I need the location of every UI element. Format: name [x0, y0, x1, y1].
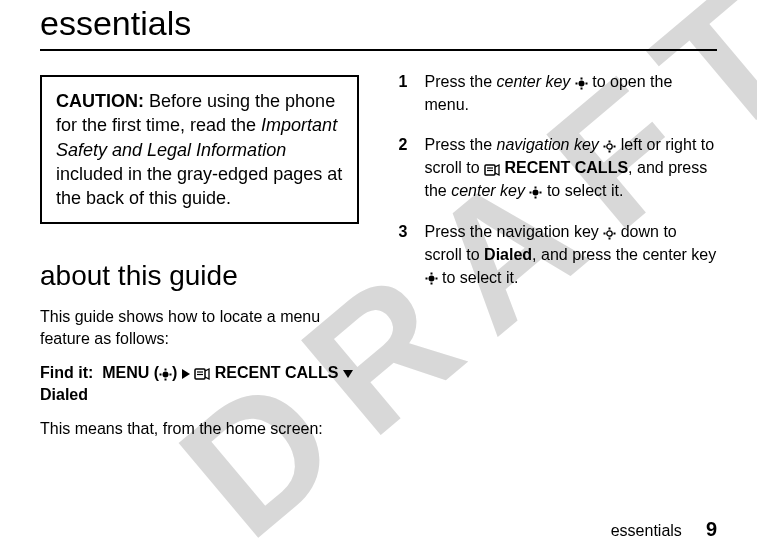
svg-rect-23 [535, 187, 537, 189]
step-2-text: Press the navigation key left or right t… [425, 134, 718, 203]
two-column-layout: CAUTION: Before using the phone for the … [40, 75, 717, 451]
s3-a: Press the navigation key [425, 223, 604, 240]
svg-rect-16 [609, 151, 611, 153]
svg-point-37 [428, 276, 434, 282]
svg-rect-13 [585, 82, 587, 84]
step-2: 2 Press the navigation key left or right… [399, 134, 718, 203]
svg-rect-35 [425, 278, 427, 280]
recent-calls-icon [484, 158, 500, 180]
page-footer: essentials 9 [611, 518, 717, 541]
about-followup: This means that, from the home screen: [40, 418, 359, 440]
svg-point-19 [607, 144, 612, 149]
step-1: 1 Press the center key to open the menu. [399, 71, 718, 116]
about-body: This guide shows how to locate a menu fe… [40, 306, 359, 439]
nav-key-icon [603, 135, 616, 157]
svg-rect-17 [604, 146, 606, 148]
svg-marker-9 [343, 370, 353, 378]
find-it-dialed: Dialed [40, 386, 88, 403]
s1-ital: center key [497, 73, 571, 90]
svg-rect-12 [575, 82, 577, 84]
about-heading: about this guide [40, 260, 359, 292]
find-it-recent: RECENT CALLS [215, 364, 339, 381]
s2-ital: navigation key [497, 136, 599, 153]
step-2-number: 2 [399, 134, 425, 203]
svg-rect-18 [614, 146, 616, 148]
svg-rect-25 [530, 192, 532, 194]
svg-rect-34 [430, 283, 432, 285]
step-3-number: 3 [399, 221, 425, 289]
caution-text-2: included in the gray-edged pages at the … [56, 164, 342, 208]
caution-box: CAUTION: Before using the phone for the … [40, 75, 359, 224]
s1-a: Press the [425, 73, 497, 90]
footer-page-number: 9 [706, 518, 717, 541]
s3-d: to select it. [438, 269, 519, 286]
s2-ital2: center key [451, 182, 525, 199]
s3-c: , and press the center key [532, 246, 716, 263]
paren-close: ) [172, 364, 177, 381]
center-key-icon [425, 267, 438, 289]
step-3-text: Press the navigation key down to scroll … [425, 221, 718, 289]
center-key-icon [529, 181, 542, 203]
svg-point-27 [533, 190, 539, 196]
find-it-label: Find it: [40, 364, 93, 381]
center-key-icon [159, 363, 172, 385]
right-column: 1 Press the center key to open the menu.… [399, 75, 718, 451]
step-1-number: 1 [399, 71, 425, 116]
svg-rect-24 [535, 197, 537, 199]
left-column: CAUTION: Before using the phone for the … [40, 75, 359, 451]
s2-a: Press the [425, 136, 497, 153]
svg-rect-1 [165, 378, 167, 380]
page-title: essentials [40, 0, 717, 43]
caution-lead: CAUTION: [56, 91, 144, 111]
svg-rect-10 [580, 77, 582, 79]
svg-rect-26 [540, 192, 542, 194]
svg-rect-11 [580, 87, 582, 89]
svg-rect-30 [604, 233, 606, 235]
step-1-text: Press the center key to open the menu. [425, 71, 718, 116]
svg-rect-0 [165, 368, 167, 370]
numbered-list: 1 Press the center key to open the menu.… [399, 71, 718, 290]
nav-key-icon [603, 222, 616, 244]
down-triangle-icon [343, 363, 353, 385]
s3-dialed: Dialed [484, 246, 532, 263]
page-content: essentials CAUTION: Before using the pho… [0, 0, 757, 547]
svg-point-14 [578, 80, 584, 86]
svg-rect-33 [430, 273, 432, 275]
find-it-menu: MENU [102, 364, 149, 381]
about-intro: This guide shows how to locate a menu fe… [40, 306, 359, 349]
find-it-line: Find it: MENU () RECENT CALLS Dialed [40, 362, 359, 406]
recent-calls-icon [194, 363, 210, 385]
title-rule [40, 49, 717, 51]
center-key-icon [575, 72, 588, 94]
s2-recent: RECENT CALLS [505, 159, 629, 176]
svg-point-32 [607, 231, 612, 236]
footer-section: essentials [611, 522, 682, 540]
svg-rect-29 [609, 238, 611, 240]
svg-rect-28 [609, 228, 611, 230]
s2-d: to select it. [547, 182, 623, 199]
svg-rect-15 [609, 141, 611, 143]
step-3: 3 Press the navigation key down to scrol… [399, 221, 718, 289]
svg-rect-2 [160, 373, 162, 375]
right-triangle-icon [182, 363, 190, 385]
svg-marker-5 [182, 369, 190, 379]
svg-point-4 [163, 371, 169, 377]
